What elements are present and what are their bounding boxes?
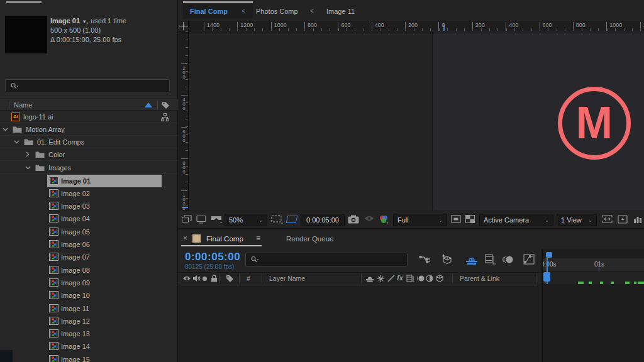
frame-blending-icon[interactable] (485, 254, 497, 265)
current-time-indicator-handle[interactable] (543, 272, 550, 282)
h-ruler-label: 1400 (204, 22, 219, 31)
h-ruler-label: 600 (338, 22, 350, 31)
timeline-tab-final-comp[interactable]: Final Comp (206, 235, 243, 243)
pixel-aspect-correction-icon[interactable] (602, 215, 613, 223)
effects-fx-icon[interactable]: fx (397, 274, 403, 282)
composition-view[interactable]: M (189, 31, 644, 211)
audio-speaker-icon[interactable] (192, 275, 201, 282)
draft-3d-icon[interactable] (440, 253, 454, 265)
fast-previews-icon[interactable] (618, 215, 628, 224)
time-label-start: 0:00s (541, 261, 556, 268)
list-item-image-12[interactable]: Image 12 (0, 315, 178, 327)
h-ruler-label: 200 (472, 22, 485, 31)
layer-name-column-header[interactable]: Layer Name (269, 275, 305, 282)
vertical-ruler[interactable]: 2004006008001000 (179, 31, 189, 211)
list-item-image-04[interactable]: Image 04 (0, 212, 178, 225)
list-item-image-14[interactable]: Image 14 (0, 340, 178, 353)
comp-color-swatch[interactable] (192, 234, 201, 243)
time-ruler[interactable]: 0:00s 01s (543, 258, 644, 272)
snapshot-camera-icon[interactable] (348, 215, 359, 224)
frame-blend-switch-icon[interactable] (406, 275, 414, 282)
list-item-image-01[interactable]: Image 01 (0, 175, 178, 187)
active-tab-underline (181, 245, 262, 246)
video-eye-icon[interactable] (182, 275, 191, 282)
column-divider[interactable] (219, 274, 220, 283)
h-ruler-label: 800 (304, 22, 317, 31)
lock-icon[interactable] (211, 275, 218, 282)
chevron-down-icon: ⌄ (545, 217, 549, 223)
list-item-image-10[interactable]: Image 10 (0, 289, 178, 302)
label-column-icon[interactable] (225, 275, 234, 283)
column-divider[interactable] (452, 274, 453, 283)
tab-overflow-chevron[interactable]: < (310, 8, 314, 14)
time-label-01s: 01s (594, 261, 604, 268)
time-graph-area[interactable]: 0:00s 01s (541, 249, 644, 362)
show-snapshot-icon[interactable] (364, 215, 374, 222)
mini-flowchart-icon[interactable] (419, 255, 431, 265)
3d-layer-cube-icon[interactable] (435, 274, 444, 283)
tab-image-11[interactable]: Image 11 (326, 8, 355, 15)
parent-link-column-header[interactable]: Parent & Link (460, 275, 499, 282)
magnification-value: 50% (229, 216, 243, 224)
list-item-image-15[interactable]: Image 15 (0, 353, 178, 362)
horizontal-ruler[interactable]: 1400120010008006004002000200400600800100… (189, 21, 644, 31)
timeline-search-input[interactable] (245, 253, 408, 266)
tab-photos-comp[interactable]: Photos Comp (256, 8, 298, 15)
column-divider[interactable] (536, 274, 536, 283)
motion-blur-switch-icon[interactable] (416, 275, 425, 282)
resolution-dropdown[interactable]: Full ⌄ (393, 214, 447, 226)
list-item-image-03[interactable]: Image 03 (0, 200, 178, 212)
channel-rgb-icon[interactable] (379, 215, 389, 224)
list-item-image-02[interactable]: Image 02 (0, 187, 178, 200)
list-item-image-08[interactable]: Image 08 (0, 264, 178, 277)
main-viewer-icon[interactable] (196, 215, 206, 224)
composition-icon (49, 240, 58, 248)
close-tab-icon[interactable]: × (183, 234, 187, 243)
3d-view-dropdown[interactable]: Active Camera ⌄ (479, 214, 553, 226)
column-divider[interactable] (262, 274, 262, 283)
stereo-3d-glasses-icon[interactable] (211, 215, 223, 224)
composition-icon (49, 177, 58, 185)
number-column-header[interactable]: # (247, 275, 250, 282)
list-item-image-13[interactable]: Image 13 (0, 327, 178, 340)
list-item-image-06[interactable]: Image 06 (0, 238, 178, 251)
solo-icon[interactable] (203, 277, 207, 281)
layer-list-area[interactable] (178, 286, 540, 362)
list-item-image-11[interactable]: Image 11 (0, 302, 178, 315)
region-of-interest-icon[interactable] (271, 215, 284, 224)
column-divider[interactable] (239, 274, 240, 283)
search-icon[interactable] (250, 256, 259, 263)
always-preview-icon[interactable] (182, 215, 192, 224)
composition-icon (49, 304, 58, 312)
viewer-timecode-field[interactable]: 0:00:05:00 (301, 214, 345, 226)
collapse-transformations-icon[interactable] (377, 275, 385, 283)
hide-shy-layers-icon[interactable] (465, 255, 479, 265)
shy-switch-icon[interactable] (365, 275, 374, 282)
graph-editor-icon[interactable] (523, 254, 535, 265)
exposure-histogram-icon[interactable] (633, 215, 643, 224)
list-item-image-09[interactable]: Image 09 (0, 277, 178, 289)
item-label: Image 13 (61, 327, 90, 340)
column-divider[interactable] (361, 274, 362, 283)
item-label: Image 06 (61, 238, 90, 251)
composition-icon (49, 189, 58, 197)
transparency-grid-icon[interactable] (465, 215, 475, 223)
list-item-image-07[interactable]: Image 07 (0, 251, 178, 263)
tab-final-comp[interactable]: Final Comp (190, 8, 228, 15)
list-item-image-05[interactable]: Image 05 (0, 226, 178, 238)
view-layout-dropdown[interactable]: 1 View ⌄ (557, 214, 597, 226)
motion-blur-icon[interactable] (502, 255, 514, 264)
grid-guides-icon[interactable] (286, 216, 298, 223)
quality-icon[interactable] (387, 275, 395, 282)
item-label: Image 08 (61, 264, 90, 277)
current-time-field[interactable]: 0:00:05:00 (185, 251, 240, 263)
tab-render-queue[interactable]: Render Queue (286, 235, 333, 243)
magnification-dropdown[interactable]: 50% ⌄ (225, 214, 267, 226)
tab-menu-icon[interactable]: ≡ (256, 234, 260, 243)
adjustment-layer-icon[interactable] (426, 275, 433, 282)
work-area-handle[interactable] (546, 252, 552, 258)
region-icon[interactable] (451, 215, 461, 223)
cached-frames-segment (578, 282, 584, 284)
tab-overflow-chevron[interactable]: < (242, 8, 245, 14)
ruler-corner-box[interactable] (179, 21, 189, 31)
